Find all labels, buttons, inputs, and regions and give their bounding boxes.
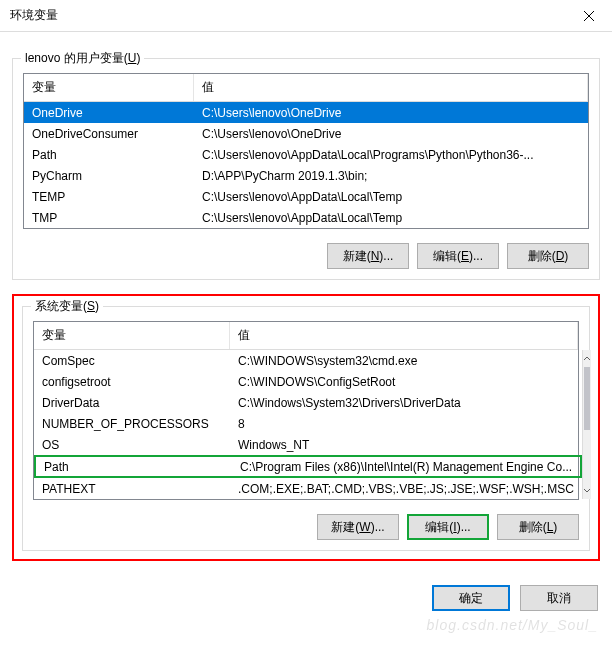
table-row[interactable]: PathC:\Users\lenovo\AppData\Local\Progra… bbox=[24, 144, 588, 165]
table-row[interactable]: PathC:\Program Files (x86)\Intel\Intel(R… bbox=[34, 455, 582, 478]
cell-value: 8 bbox=[230, 416, 582, 432]
cell-value: .COM;.EXE;.BAT;.CMD;.VBS;.VBE;.JS;.JSE;.… bbox=[230, 481, 582, 497]
scroll-down-button[interactable] bbox=[583, 482, 591, 499]
cell-variable: configsetroot bbox=[34, 374, 230, 390]
system-new-button[interactable]: 新建(W)... bbox=[317, 514, 399, 540]
chevron-up-icon bbox=[583, 355, 591, 363]
table-row[interactable]: NUMBER_OF_PROCESSORS8 bbox=[34, 413, 582, 434]
user-variables-group: lenovo 的用户变量(U) 变量 值 OneDriveC:\Users\le… bbox=[12, 58, 600, 280]
user-group-label: lenovo 的用户变量(U) bbox=[21, 50, 144, 67]
user-new-button[interactable]: 新建(N)... bbox=[327, 243, 409, 269]
user-table-header: 变量 值 bbox=[24, 74, 588, 102]
cancel-button[interactable]: 取消 bbox=[520, 585, 598, 611]
cell-variable: PATHEXT bbox=[34, 481, 230, 497]
ok-button[interactable]: 确定 bbox=[432, 585, 510, 611]
cell-value: C:\WINDOWS\ConfigSetRoot bbox=[230, 374, 582, 390]
close-icon bbox=[584, 11, 594, 21]
cell-variable: Path bbox=[24, 147, 194, 163]
col-value[interactable]: 值 bbox=[194, 74, 588, 101]
close-button[interactable] bbox=[566, 0, 612, 32]
cell-variable: Path bbox=[36, 459, 232, 475]
table-row[interactable]: OneDriveC:\Users\lenovo\OneDrive bbox=[24, 102, 588, 123]
cell-variable: OS bbox=[34, 437, 230, 453]
cell-value: C:\Users\lenovo\AppData\Local\Programs\P… bbox=[194, 147, 588, 163]
cell-value: C:\Program Files (x86)\Intel\Intel(R) Ma… bbox=[232, 459, 580, 475]
system-highlight-box: 系统变量(S) 变量 值 ComSpecC:\WINDOWS\system32\… bbox=[12, 294, 600, 561]
user-table-body: OneDriveC:\Users\lenovo\OneDriveOneDrive… bbox=[24, 102, 588, 228]
cell-variable: PyCharm bbox=[24, 168, 194, 184]
cell-value: C:\Users\lenovo\OneDrive bbox=[194, 126, 588, 142]
cell-value: C:\Users\lenovo\OneDrive bbox=[194, 105, 588, 121]
system-edit-highlight: 编辑(I)... bbox=[407, 514, 489, 540]
cell-variable: OneDrive bbox=[24, 105, 194, 121]
dialog-footer: 确定 取消 bbox=[0, 571, 612, 625]
table-row[interactable]: OSWindows_NT bbox=[34, 434, 582, 455]
scrollbar-thumb[interactable] bbox=[584, 367, 590, 430]
table-row[interactable]: ComSpecC:\WINDOWS\system32\cmd.exe bbox=[34, 350, 582, 371]
system-button-row: 新建(W)... 编辑(I)... 删除(L) bbox=[33, 514, 579, 540]
cell-variable: TMP bbox=[24, 210, 194, 226]
scrollbar-track[interactable] bbox=[583, 367, 591, 482]
system-edit-button[interactable]: 编辑(I)... bbox=[409, 516, 487, 538]
title-bar: 环境变量 bbox=[0, 0, 612, 32]
col-variable[interactable]: 变量 bbox=[24, 74, 194, 101]
cell-variable: DriverData bbox=[34, 395, 230, 411]
cell-value: Windows_NT bbox=[230, 437, 582, 453]
cell-value: C:\WINDOWS\system32\cmd.exe bbox=[230, 353, 582, 369]
user-table: 变量 值 OneDriveC:\Users\lenovo\OneDriveOne… bbox=[23, 73, 589, 229]
table-row[interactable]: PyCharmD:\APP\PyCharm 2019.1.3\bin; bbox=[24, 165, 588, 186]
user-delete-button[interactable]: 删除(D) bbox=[507, 243, 589, 269]
col-variable[interactable]: 变量 bbox=[34, 322, 230, 349]
user-button-row: 新建(N)... 编辑(E)... 删除(D) bbox=[23, 243, 589, 269]
system-variables-group: 系统变量(S) 变量 值 ComSpecC:\WINDOWS\system32\… bbox=[22, 306, 590, 551]
table-row[interactable]: configsetrootC:\WINDOWS\ConfigSetRoot bbox=[34, 371, 582, 392]
system-scrollbar[interactable] bbox=[582, 350, 591, 499]
system-delete-button[interactable]: 删除(L) bbox=[497, 514, 579, 540]
scroll-up-button[interactable] bbox=[583, 350, 591, 367]
cell-variable: TEMP bbox=[24, 189, 194, 205]
cell-variable: ComSpec bbox=[34, 353, 230, 369]
table-row[interactable]: OneDriveConsumerC:\Users\lenovo\OneDrive bbox=[24, 123, 588, 144]
cell-value: C:\Users\lenovo\AppData\Local\Temp bbox=[194, 210, 588, 226]
user-edit-button[interactable]: 编辑(E)... bbox=[417, 243, 499, 269]
system-group-label: 系统变量(S) bbox=[31, 298, 103, 315]
cell-value: C:\Windows\System32\Drivers\DriverData bbox=[230, 395, 582, 411]
cell-variable: OneDriveConsumer bbox=[24, 126, 194, 142]
cell-variable: NUMBER_OF_PROCESSORS bbox=[34, 416, 230, 432]
chevron-down-icon bbox=[583, 487, 591, 495]
cell-value: D:\APP\PyCharm 2019.1.3\bin; bbox=[194, 168, 588, 184]
system-table-header: 变量 值 bbox=[34, 322, 578, 350]
cell-value: C:\Users\lenovo\AppData\Local\Temp bbox=[194, 189, 588, 205]
window-title: 环境变量 bbox=[10, 7, 58, 24]
col-value[interactable]: 值 bbox=[230, 322, 578, 349]
system-table-body: ComSpecC:\WINDOWS\system32\cmd.execonfig… bbox=[34, 350, 582, 499]
system-table: 变量 值 ComSpecC:\WINDOWS\system32\cmd.exec… bbox=[33, 321, 579, 500]
table-row[interactable]: TMPC:\Users\lenovo\AppData\Local\Temp bbox=[24, 207, 588, 228]
table-row[interactable]: DriverDataC:\Windows\System32\Drivers\Dr… bbox=[34, 392, 582, 413]
table-row[interactable]: TEMPC:\Users\lenovo\AppData\Local\Temp bbox=[24, 186, 588, 207]
table-row[interactable]: PATHEXT.COM;.EXE;.BAT;.CMD;.VBS;.VBE;.JS… bbox=[34, 478, 582, 499]
